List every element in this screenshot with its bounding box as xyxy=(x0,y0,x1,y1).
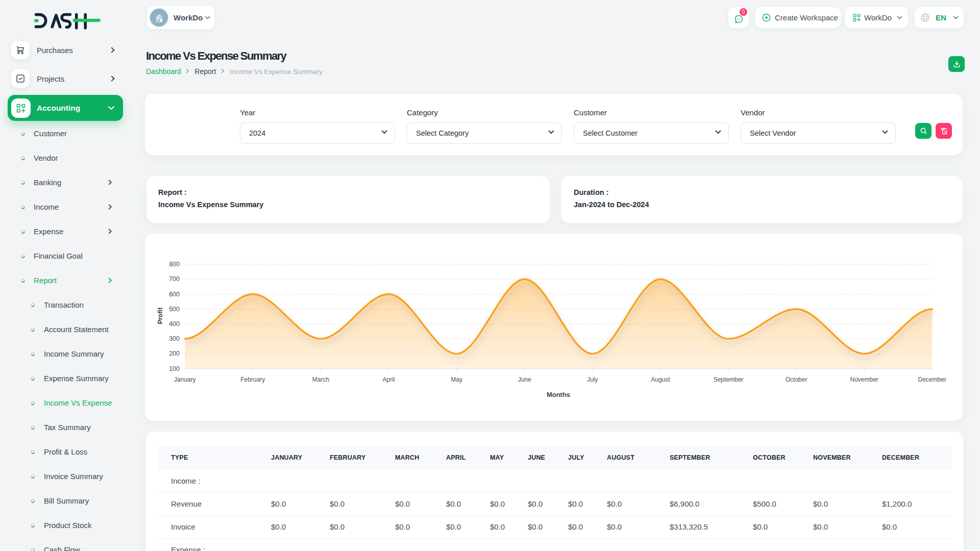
svg-text:200: 200 xyxy=(169,350,180,357)
svg-text:May: May xyxy=(451,376,462,383)
svg-text:March: March xyxy=(312,376,329,383)
svg-text:Profit: Profit xyxy=(157,307,164,324)
svg-text:February: February xyxy=(240,376,265,383)
svg-text:Months: Months xyxy=(547,391,570,398)
svg-text:November: November xyxy=(850,376,878,383)
svg-text:500: 500 xyxy=(169,306,180,313)
svg-text:August: August xyxy=(651,376,670,383)
svg-text:December: December xyxy=(918,376,946,383)
svg-text:September: September xyxy=(714,376,744,383)
svg-text:June: June xyxy=(518,376,531,383)
svg-text:800: 800 xyxy=(169,261,180,268)
svg-text:October: October xyxy=(786,376,807,383)
svg-text:400: 400 xyxy=(169,320,180,328)
svg-text:July: July xyxy=(587,376,598,383)
svg-text:April: April xyxy=(382,376,395,383)
svg-text:100: 100 xyxy=(169,365,180,372)
svg-text:600: 600 xyxy=(169,291,180,298)
svg-text:700: 700 xyxy=(169,276,180,283)
svg-text:January: January xyxy=(174,376,196,383)
svg-text:300: 300 xyxy=(169,335,180,342)
